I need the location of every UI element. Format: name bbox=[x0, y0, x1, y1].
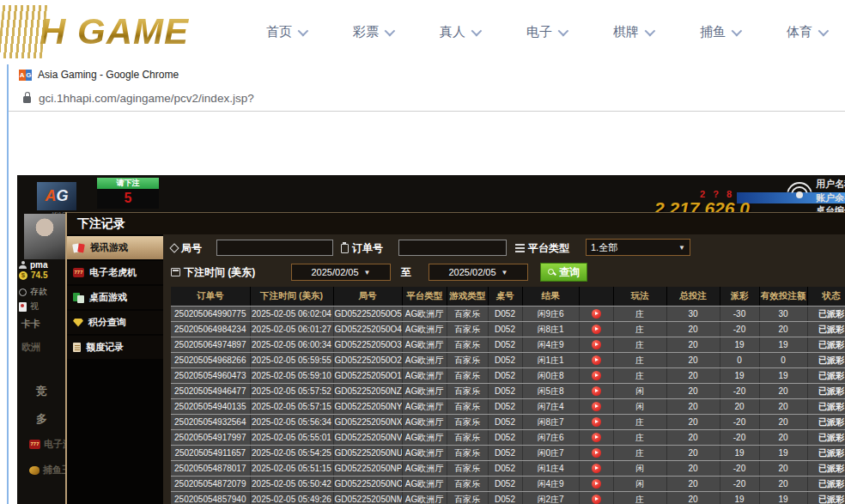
replay-play-icon[interactable] bbox=[592, 417, 601, 427]
nav-item-fishing[interactable]: 捕鱼 bbox=[700, 24, 739, 40]
video-item[interactable]: 视 bbox=[19, 301, 39, 313]
table-cell: D052 bbox=[488, 368, 522, 384]
sidebar-item-points-query[interactable]: 积分查询 bbox=[67, 311, 163, 334]
duo-item: 多 bbox=[36, 411, 47, 427]
wifi-icon bbox=[787, 182, 812, 199]
page: H GAME 首页 彩票 真人 电子 棋牌 捕鱼 体育 A G Asia Gam… bbox=[0, 0, 845, 504]
browser-urlbar[interactable]: gci.1hhapi.com/agingame/pcv2/index.jsp? bbox=[9, 85, 845, 112]
sidebar-item-quota-records[interactable]: 额度记录 bbox=[67, 336, 163, 359]
date-to-select[interactable]: 2025/02/05 ▼ bbox=[429, 264, 528, 281]
replay-play-icon[interactable] bbox=[592, 355, 601, 365]
replay-play-icon[interactable] bbox=[592, 386, 601, 396]
table-cell: D052 bbox=[488, 399, 522, 415]
table-cell: D052 bbox=[488, 384, 522, 399]
table-cell: 闲7庄4 bbox=[522, 399, 579, 415]
table-row: 2502050549682662025-02-05 05:59:55GD0522… bbox=[171, 353, 845, 368]
table-cell: 250205064990775 bbox=[171, 307, 250, 322]
table-cell: 2025-02-05 06:01:27 bbox=[250, 322, 333, 337]
nav-item-home[interactable]: 首页 bbox=[266, 24, 306, 40]
table-cell: 2025-02-05 05:57:15 bbox=[250, 399, 333, 415]
replay-play-icon[interactable] bbox=[592, 325, 601, 334]
table-cell: 庄 bbox=[613, 430, 666, 446]
nav-item-boardgames[interactable]: 棋牌 bbox=[613, 24, 653, 40]
replay-play-icon[interactable] bbox=[592, 371, 601, 380]
replay-play-icon[interactable] bbox=[592, 448, 601, 458]
table-cell: 闲7庄6 bbox=[522, 430, 579, 446]
replay-play-icon[interactable] bbox=[592, 495, 601, 504]
url-text: gci.1hhapi.com/agingame/pcv2/index.jsp? bbox=[39, 92, 254, 105]
card-icon bbox=[19, 302, 27, 312]
platform-type-select[interactable]: 1.全部 ▼ bbox=[586, 239, 690, 256]
nav-item-lottery[interactable]: 彩票 bbox=[353, 24, 392, 40]
site-logo[interactable]: H GAME bbox=[0, 3, 189, 60]
table-cell: GD052252050O4 bbox=[333, 322, 402, 337]
table-cell: 250205054917997 bbox=[171, 430, 250, 446]
replay-play-icon[interactable] bbox=[592, 479, 601, 489]
status-cell: 已派彩 bbox=[807, 384, 845, 399]
sidebar-item-video-games[interactable]: 视讯游戏 bbox=[67, 236, 163, 259]
table-cell: GD052252050NM bbox=[333, 492, 402, 504]
browser-titlebar[interactable]: A G Asia Gaming - Google Chrome bbox=[9, 64, 845, 85]
bet-table-body: 2502050649907752025-02-05 06:02:04GD0522… bbox=[171, 307, 845, 504]
table-cell: 百家乐 bbox=[447, 368, 488, 384]
replay-cell bbox=[579, 322, 613, 337]
deposit-item[interactable]: 存款 bbox=[19, 286, 47, 298]
replay-cell bbox=[579, 492, 613, 504]
sidebar-item-slot-machine[interactable]: 777 电子老虎机 bbox=[67, 261, 163, 284]
replay-play-icon[interactable] bbox=[592, 433, 601, 442]
tag-icon bbox=[169, 243, 179, 252]
status-cell: 已派彩 bbox=[807, 415, 845, 430]
nav-item-sports[interactable]: 体育 bbox=[787, 24, 826, 40]
search-button[interactable]: 查询 bbox=[540, 263, 587, 282]
table-cell: 0 bbox=[759, 353, 807, 368]
table-cell: D052 bbox=[488, 446, 522, 461]
replay-cell bbox=[579, 368, 613, 384]
bet-records-panel: 下注记录 视讯游戏 777 电子老虎机 桌面游戏 bbox=[65, 212, 845, 504]
table-cell: -20 bbox=[720, 415, 759, 430]
table-cell: -20 bbox=[720, 461, 759, 477]
order-number-input[interactable] bbox=[398, 240, 507, 256]
sidebar-item-table-games[interactable]: 桌面游戏 bbox=[67, 286, 163, 309]
table-cell: AG欧洲厅 bbox=[402, 477, 447, 492]
table-cell: 百家乐 bbox=[447, 307, 488, 322]
replay-play-icon[interactable] bbox=[592, 402, 601, 411]
table-cell: 庄 bbox=[613, 337, 666, 353]
slot-777-icon: 777 bbox=[29, 440, 40, 449]
table-cell: 250205054872079 bbox=[171, 477, 250, 492]
table-cell: 19 bbox=[759, 492, 807, 504]
nav-item-slots[interactable]: 电子 bbox=[526, 24, 566, 40]
table-cell: 闲5庄8 bbox=[522, 384, 579, 399]
table-cell: 250205064974897 bbox=[171, 337, 250, 353]
table-cell: 20 bbox=[759, 477, 807, 492]
replay-cell bbox=[579, 477, 613, 492]
chevron-down-icon bbox=[732, 26, 743, 37]
replay-cell bbox=[579, 415, 613, 430]
table-cell: AG欧洲厅 bbox=[402, 461, 447, 477]
replay-play-icon[interactable] bbox=[592, 340, 601, 349]
lock-icon bbox=[23, 96, 31, 103]
table-cell: GD052252050O3 bbox=[333, 337, 402, 353]
coin-icon bbox=[19, 288, 27, 296]
replay-play-icon[interactable] bbox=[592, 309, 601, 319]
table-row: 2502050649748972025-02-05 06:00:34GD0522… bbox=[171, 337, 845, 353]
status-cell: 已派彩 bbox=[807, 430, 845, 446]
round-number-input[interactable] bbox=[216, 240, 333, 256]
table-row: 2502050548579402025-02-05 05:49:26GD0522… bbox=[171, 492, 845, 504]
replay-cell bbox=[579, 337, 613, 353]
table-cell: 百家乐 bbox=[447, 353, 488, 368]
fish-icon bbox=[29, 466, 40, 475]
nav-item-live[interactable]: 真人 bbox=[440, 24, 479, 40]
table-cell: 20 bbox=[666, 322, 720, 337]
chevron-down-icon bbox=[818, 26, 830, 37]
replay-cell bbox=[579, 461, 613, 477]
table-cell: AG欧洲厅 bbox=[402, 399, 447, 415]
table-cell: D052 bbox=[488, 492, 522, 504]
table-cell: 20 bbox=[666, 415, 720, 430]
table-cell: 19 bbox=[759, 446, 807, 461]
replay-play-icon[interactable] bbox=[592, 464, 601, 473]
table-cell: 百家乐 bbox=[447, 446, 488, 461]
date-from-select[interactable]: 2025/02/05 ▼ bbox=[291, 264, 391, 281]
table-cell: -20 bbox=[720, 322, 759, 337]
replay-cell bbox=[579, 307, 613, 322]
table-cell: GD052252050O2 bbox=[333, 353, 402, 368]
